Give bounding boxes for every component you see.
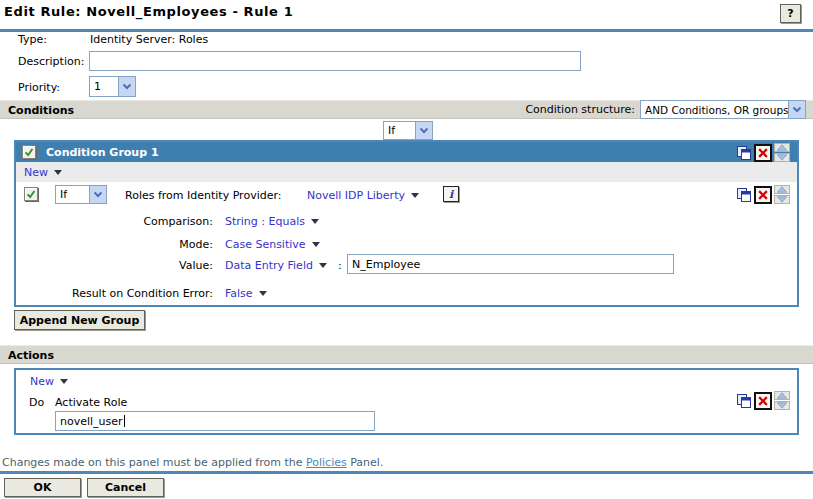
cancel-button[interactable]: Cancel xyxy=(87,478,164,497)
move-buttons xyxy=(774,185,790,205)
condition-if-select[interactable]: If xyxy=(55,185,107,204)
check-icon xyxy=(23,146,35,158)
condition-enabled-checkbox[interactable] xyxy=(24,187,38,201)
actions-box: New Do Activate Role novell_user xyxy=(14,368,799,435)
condition-new-menu[interactable]: New xyxy=(24,166,62,179)
priority-select[interactable]: 1 xyxy=(89,76,136,97)
value-separator: : xyxy=(338,259,342,272)
chevron-down-icon xyxy=(118,77,135,96)
description-input[interactable] xyxy=(89,51,581,71)
identity-provider-dropdown[interactable]: Novell IDP Liberty xyxy=(307,189,419,202)
chevron-down-icon xyxy=(89,186,106,203)
menu-arrow-icon xyxy=(259,291,267,296)
check-icon xyxy=(25,188,37,200)
mode-label: Mode: xyxy=(55,238,213,251)
footer-divider xyxy=(0,471,813,474)
footer-note: Changes made on this panel must be appli… xyxy=(2,456,383,469)
roles-from-idp-label: Roles from Identity Provider: xyxy=(125,189,281,202)
policies-link[interactable]: Policies xyxy=(306,456,347,469)
copy-icon[interactable] xyxy=(735,186,753,204)
page-title: Edit Rule: Novell_Employees - Rule 1 xyxy=(4,4,293,19)
menu-arrow-icon xyxy=(311,219,319,224)
condition-structure-select[interactable]: AND Conditions, OR groups xyxy=(640,100,806,119)
move-up-icon[interactable] xyxy=(774,185,790,194)
title-divider xyxy=(0,29,813,32)
condition-value-input[interactable] xyxy=(347,254,674,274)
menu-arrow-icon xyxy=(54,170,62,175)
text-caret xyxy=(124,415,125,427)
append-new-group-button[interactable]: Append New Group xyxy=(14,310,145,330)
ok-button[interactable]: OK xyxy=(4,478,81,497)
comparison-label: Comparison: xyxy=(55,215,213,228)
help-icon: ? xyxy=(787,7,793,20)
type-label: Type: xyxy=(18,33,47,46)
group-icon-cluster xyxy=(735,143,790,163)
menu-arrow-icon xyxy=(319,263,327,268)
group-enabled-checkbox[interactable] xyxy=(22,145,36,159)
result-on-error-label: Result on Condition Error: xyxy=(20,287,213,300)
move-buttons xyxy=(774,143,790,163)
copy-icon[interactable] xyxy=(735,392,753,410)
delete-icon[interactable] xyxy=(754,392,772,410)
move-up-icon[interactable] xyxy=(774,143,790,152)
comparison-dropdown[interactable]: String : Equals xyxy=(225,215,319,228)
priority-label: Priority: xyxy=(18,81,60,94)
help-button[interactable]: ? xyxy=(780,4,801,23)
condition-group-title: Condition Group 1 xyxy=(46,146,159,159)
move-down-icon[interactable] xyxy=(774,195,790,204)
menu-arrow-icon xyxy=(411,193,419,198)
info-icon[interactable]: i xyxy=(443,186,459,202)
type-value: Identity Server: Roles xyxy=(90,33,208,46)
actions-section-bar: Actions xyxy=(0,345,813,364)
delete-icon[interactable] xyxy=(754,186,772,204)
menu-arrow-icon xyxy=(60,379,68,384)
do-label: Do xyxy=(29,396,44,409)
action-name: Activate Role xyxy=(55,396,127,409)
chevron-down-icon xyxy=(415,122,432,139)
action-value-input[interactable]: novell_user xyxy=(55,411,375,431)
condition-icon-cluster xyxy=(735,185,790,205)
chevron-down-icon xyxy=(788,101,805,118)
action-new-menu[interactable]: New xyxy=(30,375,68,388)
condition-structure-label: Condition structure: xyxy=(480,103,635,116)
conditions-section-label: Conditions xyxy=(8,104,74,117)
move-buttons xyxy=(774,391,790,411)
condition-group-box: Condition Group 1 New If Roles from Iden… xyxy=(14,140,799,307)
move-down-icon[interactable] xyxy=(774,153,790,162)
condition-new-row: New xyxy=(16,162,797,182)
description-label: Description: xyxy=(18,55,84,68)
action-icon-cluster xyxy=(735,391,790,411)
delete-icon[interactable] xyxy=(754,144,772,162)
mode-dropdown[interactable]: Case Sensitive xyxy=(225,238,320,251)
top-if-select[interactable]: If xyxy=(383,121,433,140)
condition-group-header: Condition Group 1 xyxy=(16,142,797,162)
value-type-dropdown[interactable]: Data Entry Field xyxy=(225,259,327,272)
edit-rule-page: Edit Rule: Novell_Employees - Rule 1 ? T… xyxy=(0,0,813,499)
move-down-icon[interactable] xyxy=(774,401,790,410)
copy-icon[interactable] xyxy=(735,144,753,162)
actions-section-label: Actions xyxy=(8,349,54,362)
result-on-error-dropdown[interactable]: False xyxy=(225,287,267,300)
value-label: Value: xyxy=(55,259,213,272)
move-up-icon[interactable] xyxy=(774,391,790,400)
menu-arrow-icon xyxy=(312,242,320,247)
